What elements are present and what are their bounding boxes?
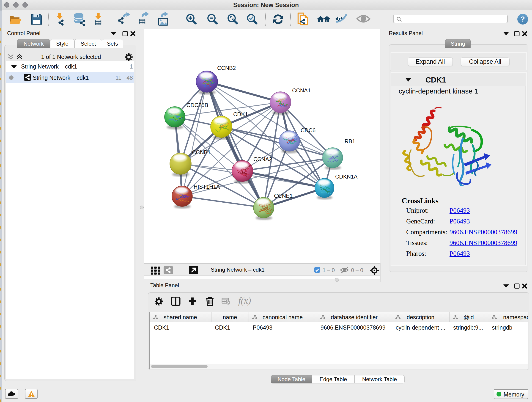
svg-text:CDC25B: CDC25B [186, 102, 208, 108]
svg-text:HIST1H1A: HIST1H1A [194, 184, 220, 190]
svg-text:CDC6: CDC6 [301, 127, 316, 133]
svg-text:CCNE1: CCNE1 [274, 193, 293, 199]
svg-text:CDKN1A: CDKN1A [335, 173, 357, 180]
svg-text:RB1: RB1 [345, 138, 355, 144]
svg-text:CCNB2: CCNB2 [217, 65, 236, 71]
svg-text:CCNA2: CCNA2 [253, 156, 272, 162]
svg-text:CCNA1: CCNA1 [292, 87, 311, 94]
svg-text:CCNB1: CCNB1 [192, 149, 210, 155]
svg-text:CDK1: CDK1 [233, 111, 248, 117]
